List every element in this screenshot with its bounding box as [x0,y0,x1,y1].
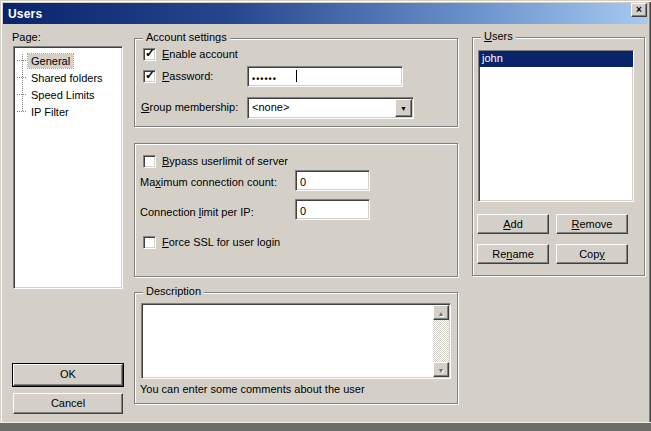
tree-item-general[interactable]: General [14,52,122,69]
cancel-button[interactable]: Cancel [13,393,123,414]
add-button[interactable]: Add [477,214,549,234]
arrow-up-icon: ▲ [438,310,445,317]
account-settings-title: Account settings [143,31,230,43]
max-connection-input[interactable] [295,170,370,191]
arrow-down-icon: ▼ [438,367,445,374]
close-icon: × [636,4,642,15]
description-textarea[interactable] [143,305,433,377]
group-membership-label: Group membership: [141,101,238,113]
tree-item-speed-limits[interactable]: Speed Limits [14,86,122,103]
screen-edge-shadow [0,422,651,431]
scroll-up-button[interactable]: ▲ [433,305,449,320]
enable-account-label: Enable account [162,48,238,60]
check-icon: ✓ [145,68,155,82]
remove-button[interactable]: Remove [556,214,628,234]
tree-item-ip-filter[interactable]: IP Filter [14,103,122,120]
tree-branch-icon [17,111,26,112]
users-listbox[interactable]: john [478,50,634,202]
enable-account-checkbox[interactable]: ✓ [143,48,156,61]
max-connection-label: Maximum connection count: [140,176,277,188]
password-checkbox[interactable]: ✓ [143,70,156,83]
check-icon: ✓ [145,46,155,60]
description-scrollbar[interactable]: ▲ ▼ [433,305,449,377]
password-input[interactable] [247,66,403,87]
list-item-john[interactable]: john [479,51,633,67]
tree-branch-icon [17,60,26,61]
close-button[interactable]: × [631,3,647,17]
group-membership-value: <none> [252,101,289,113]
dropdown-button[interactable]: ▼ [395,99,412,117]
scroll-down-button[interactable]: ▼ [433,362,449,377]
page-label: Page: [12,31,41,43]
description-hint: You can enter some comments about the us… [140,383,365,395]
description-title: Description [143,285,204,297]
description-field: ▲ ▼ [141,303,451,379]
group-membership-select[interactable]: <none> ▼ [247,97,414,119]
tree-branch-icon [17,94,26,95]
titlebar[interactable]: Users [3,3,648,24]
force-ssl-checkbox[interactable] [143,236,156,249]
rename-button[interactable]: Rename [477,244,549,264]
text-cursor [296,70,297,82]
page-tree[interactable]: General Shared folders Speed Limits IP F… [13,46,123,289]
force-ssl-label: Force SSL for user login [162,236,280,248]
copy-button[interactable]: Copy [556,244,628,264]
users-group-title: Users [481,30,516,42]
ip-limit-input[interactable] [295,199,370,220]
tree-item-shared-folders[interactable]: Shared folders [14,69,122,86]
tree-branch-icon [17,77,26,78]
users-dialog: Users × Page: General Shared folders Spe… [0,0,651,431]
password-label: Password: [162,70,213,82]
bypass-userlimit-label: Bypass userlimit of server [162,155,288,167]
ip-limit-label: Connection limit per IP: [140,206,254,218]
scrollbar-track[interactable] [433,320,449,362]
ok-button[interactable]: OK [13,364,123,386]
window-title: Users [3,7,42,21]
bypass-userlimit-checkbox[interactable] [143,155,156,168]
chevron-down-icon: ▼ [400,105,407,112]
password-field-wrap [247,66,403,87]
